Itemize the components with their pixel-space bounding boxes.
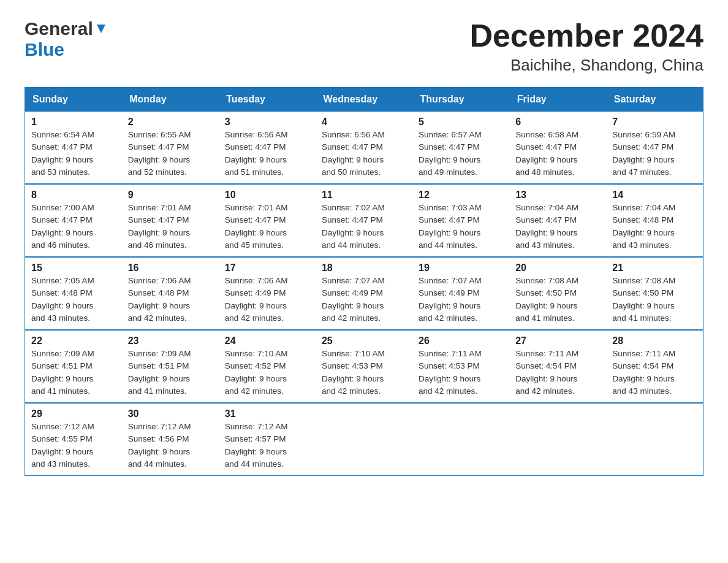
calendar-cell: 23Sunrise: 7:09 AMSunset: 4:51 PMDayligh… bbox=[122, 330, 219, 403]
day-info: Sunrise: 6:54 AMSunset: 4:47 PMDaylight:… bbox=[31, 129, 116, 178]
day-number: 4 bbox=[322, 117, 406, 128]
calendar-cell: 26Sunrise: 7:11 AMSunset: 4:53 PMDayligh… bbox=[412, 330, 509, 403]
calendar-cell: 17Sunrise: 7:06 AMSunset: 4:49 PMDayligh… bbox=[219, 257, 316, 330]
logo: General Blue bbox=[25, 18, 108, 60]
day-number: 10 bbox=[225, 190, 309, 201]
day-info: Sunrise: 7:08 AMSunset: 4:50 PMDaylight:… bbox=[612, 275, 697, 324]
day-info: Sunrise: 7:01 AMSunset: 4:47 PMDaylight:… bbox=[225, 202, 309, 251]
day-number: 20 bbox=[515, 262, 600, 274]
calendar-table: SundayMondayTuesdayWednesdayThursdayFrid… bbox=[25, 87, 703, 476]
calendar-cell bbox=[412, 403, 509, 476]
day-number: 23 bbox=[128, 335, 213, 347]
header-monday: Monday bbox=[122, 88, 219, 112]
day-info: Sunrise: 7:04 AMSunset: 4:48 PMDaylight:… bbox=[612, 202, 697, 251]
title-block: December 2024 Baichihe, Shandong, China bbox=[469, 18, 703, 75]
day-number: 19 bbox=[419, 262, 503, 274]
day-number: 5 bbox=[419, 117, 503, 128]
day-info: Sunrise: 7:11 AMSunset: 4:54 PMDaylight:… bbox=[612, 348, 697, 397]
day-info: Sunrise: 7:10 AMSunset: 4:53 PMDaylight:… bbox=[322, 348, 406, 397]
calendar-cell: 28Sunrise: 7:11 AMSunset: 4:54 PMDayligh… bbox=[606, 330, 703, 403]
week-row-2: 8Sunrise: 7:00 AMSunset: 4:47 PMDaylight… bbox=[25, 184, 703, 257]
header-tuesday: Tuesday bbox=[219, 88, 316, 112]
day-info: Sunrise: 6:55 AMSunset: 4:47 PMDaylight:… bbox=[128, 129, 213, 178]
day-number: 13 bbox=[515, 190, 600, 201]
day-info: Sunrise: 6:56 AMSunset: 4:47 PMDaylight:… bbox=[225, 129, 309, 178]
day-number: 15 bbox=[31, 262, 116, 274]
week-row-3: 15Sunrise: 7:05 AMSunset: 4:48 PMDayligh… bbox=[25, 257, 703, 330]
week-row-1: 1Sunrise: 6:54 AMSunset: 4:47 PMDaylight… bbox=[25, 112, 703, 185]
calendar-cell: 9Sunrise: 7:01 AMSunset: 4:47 PMDaylight… bbox=[122, 184, 219, 257]
calendar-title: December 2024 bbox=[469, 18, 703, 53]
day-number: 21 bbox=[612, 262, 697, 274]
calendar-cell: 30Sunrise: 7:12 AMSunset: 4:56 PMDayligh… bbox=[122, 403, 219, 476]
day-info: Sunrise: 6:56 AMSunset: 4:47 PMDaylight:… bbox=[322, 129, 406, 178]
day-info: Sunrise: 7:12 AMSunset: 4:56 PMDaylight:… bbox=[128, 421, 213, 470]
calendar-cell: 14Sunrise: 7:04 AMSunset: 4:48 PMDayligh… bbox=[606, 184, 703, 257]
day-number: 2 bbox=[128, 117, 213, 128]
day-info: Sunrise: 7:08 AMSunset: 4:50 PMDaylight:… bbox=[515, 275, 600, 324]
day-info: Sunrise: 6:58 AMSunset: 4:47 PMDaylight:… bbox=[515, 129, 600, 178]
calendar-cell: 15Sunrise: 7:05 AMSunset: 4:48 PMDayligh… bbox=[25, 257, 122, 330]
calendar-cell: 18Sunrise: 7:07 AMSunset: 4:49 PMDayligh… bbox=[316, 257, 412, 330]
day-info: Sunrise: 7:07 AMSunset: 4:49 PMDaylight:… bbox=[419, 275, 503, 324]
day-info: Sunrise: 6:59 AMSunset: 4:47 PMDaylight:… bbox=[612, 129, 697, 178]
day-number: 30 bbox=[128, 408, 213, 419]
calendar-cell: 8Sunrise: 7:00 AMSunset: 4:47 PMDaylight… bbox=[25, 184, 122, 257]
day-number: 1 bbox=[31, 117, 116, 128]
header-saturday: Saturday bbox=[606, 88, 703, 112]
svg-marker-0 bbox=[97, 25, 105, 33]
day-number: 17 bbox=[225, 262, 309, 274]
day-number: 18 bbox=[322, 262, 406, 274]
day-info: Sunrise: 7:10 AMSunset: 4:52 PMDaylight:… bbox=[225, 348, 309, 397]
day-number: 6 bbox=[515, 117, 600, 128]
header-wednesday: Wednesday bbox=[316, 88, 412, 112]
day-info: Sunrise: 7:12 AMSunset: 4:57 PMDaylight:… bbox=[225, 421, 309, 470]
calendar-cell: 16Sunrise: 7:06 AMSunset: 4:48 PMDayligh… bbox=[122, 257, 219, 330]
calendar-cell: 19Sunrise: 7:07 AMSunset: 4:49 PMDayligh… bbox=[412, 257, 509, 330]
day-info: Sunrise: 7:06 AMSunset: 4:48 PMDaylight:… bbox=[128, 275, 213, 324]
day-number: 8 bbox=[31, 190, 116, 201]
calendar-cell: 29Sunrise: 7:12 AMSunset: 4:55 PMDayligh… bbox=[25, 403, 122, 476]
day-info: Sunrise: 7:04 AMSunset: 4:47 PMDaylight:… bbox=[515, 202, 600, 251]
calendar-cell: 3Sunrise: 6:56 AMSunset: 4:47 PMDaylight… bbox=[219, 112, 316, 185]
day-number: 28 bbox=[612, 335, 697, 347]
day-number: 24 bbox=[225, 335, 309, 347]
day-number: 7 bbox=[612, 117, 697, 128]
calendar-cell: 7Sunrise: 6:59 AMSunset: 4:47 PMDaylight… bbox=[606, 112, 703, 185]
calendar-cell bbox=[509, 403, 606, 476]
logo-arrow-icon bbox=[94, 22, 108, 36]
header-row: SundayMondayTuesdayWednesdayThursdayFrid… bbox=[25, 88, 703, 112]
day-info: Sunrise: 7:11 AMSunset: 4:54 PMDaylight:… bbox=[515, 348, 600, 397]
day-info: Sunrise: 7:05 AMSunset: 4:48 PMDaylight:… bbox=[31, 275, 116, 324]
week-row-5: 29Sunrise: 7:12 AMSunset: 4:55 PMDayligh… bbox=[25, 403, 703, 476]
day-number: 3 bbox=[225, 117, 309, 128]
logo-general-text: General bbox=[25, 18, 93, 39]
day-number: 12 bbox=[419, 190, 503, 201]
day-info: Sunrise: 6:57 AMSunset: 4:47 PMDaylight:… bbox=[419, 129, 503, 178]
calendar-subtitle: Baichihe, Shandong, China bbox=[469, 56, 703, 75]
calendar-cell: 10Sunrise: 7:01 AMSunset: 4:47 PMDayligh… bbox=[219, 184, 316, 257]
day-info: Sunrise: 7:07 AMSunset: 4:49 PMDaylight:… bbox=[322, 275, 406, 324]
header-thursday: Thursday bbox=[412, 88, 509, 112]
day-number: 29 bbox=[31, 408, 116, 419]
day-number: 14 bbox=[612, 190, 697, 201]
calendar-cell bbox=[606, 403, 703, 476]
day-info: Sunrise: 7:06 AMSunset: 4:49 PMDaylight:… bbox=[225, 275, 309, 324]
calendar-cell: 2Sunrise: 6:55 AMSunset: 4:47 PMDaylight… bbox=[122, 112, 219, 185]
day-number: 16 bbox=[128, 262, 213, 274]
calendar-cell: 13Sunrise: 7:04 AMSunset: 4:47 PMDayligh… bbox=[509, 184, 606, 257]
calendar-cell: 25Sunrise: 7:10 AMSunset: 4:53 PMDayligh… bbox=[316, 330, 412, 403]
calendar-cell: 31Sunrise: 7:12 AMSunset: 4:57 PMDayligh… bbox=[219, 403, 316, 476]
day-number: 22 bbox=[31, 335, 116, 347]
header-friday: Friday bbox=[509, 88, 606, 112]
day-number: 31 bbox=[225, 408, 309, 419]
day-info: Sunrise: 7:00 AMSunset: 4:47 PMDaylight:… bbox=[31, 202, 116, 251]
calendar-cell: 1Sunrise: 6:54 AMSunset: 4:47 PMDaylight… bbox=[25, 112, 122, 185]
day-info: Sunrise: 7:12 AMSunset: 4:55 PMDaylight:… bbox=[31, 421, 116, 470]
day-number: 11 bbox=[322, 190, 406, 201]
day-number: 9 bbox=[128, 190, 213, 201]
calendar-cell: 11Sunrise: 7:02 AMSunset: 4:47 PMDayligh… bbox=[316, 184, 412, 257]
calendar-cell: 20Sunrise: 7:08 AMSunset: 4:50 PMDayligh… bbox=[509, 257, 606, 330]
day-number: 25 bbox=[322, 335, 406, 347]
calendar-cell: 12Sunrise: 7:03 AMSunset: 4:47 PMDayligh… bbox=[412, 184, 509, 257]
